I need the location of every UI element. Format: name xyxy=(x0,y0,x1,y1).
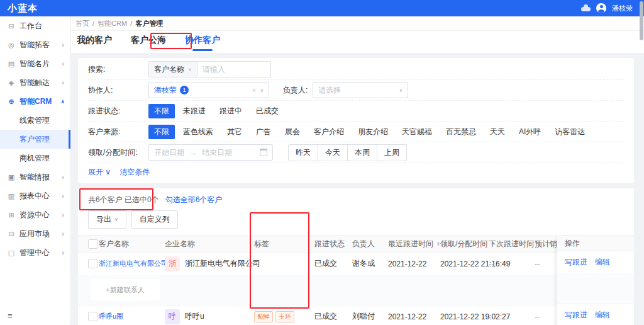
table-header-row: 客户名称 企业名称 标签 跟进状态 负责人 最近跟进时间 ▲▼ 领取/分配时间 … xyxy=(78,235,634,253)
company-name: 呼呼u xyxy=(185,311,204,322)
sidebar-item-opportunity-management[interactable]: 商机管理 xyxy=(0,149,70,168)
sidebar-item-lead-management[interactable]: 线索管理 xyxy=(0,111,70,130)
breadcrumb-crm[interactable]: 智能CRM xyxy=(97,19,127,28)
source-option[interactable]: 广告 xyxy=(250,125,277,139)
chevron-down-icon: ∨ xyxy=(61,250,65,256)
header-tag: 标签 xyxy=(254,239,314,249)
collaborator-select[interactable]: 潘枝荣 1 × ∨ xyxy=(148,82,269,98)
card-icon: ▤ xyxy=(8,60,15,68)
search-input[interactable] xyxy=(197,65,270,74)
sidebar-item-smart-intel[interactable]: ▣ 智能情报 ∨ xyxy=(0,168,70,186)
quick-date-yesterday[interactable]: 昨天 xyxy=(288,144,318,161)
row-checkbox[interactable] xyxy=(88,312,97,321)
filter-row-links: 展开 ∨ 清空条件 xyxy=(88,163,624,181)
customer-name-link[interactable]: 浙江新电电气有限公司 xyxy=(99,259,168,268)
sidebar-item-smart-card[interactable]: ▤ 智能名片 ∨ xyxy=(0,54,70,73)
select-all-link[interactable]: 勾选全部6个客户 xyxy=(165,195,223,205)
company-name: 浙江新电电气有限公司 xyxy=(185,258,260,269)
breadcrumb-home[interactable]: 首页 xyxy=(75,19,89,28)
export-button[interactable]: 导出 ∨ xyxy=(88,210,126,229)
header-next-follow-time: 下次跟进时间 ▲▼ xyxy=(489,239,535,249)
collaborator-label: 协作人: xyxy=(88,85,148,96)
write-followup-link[interactable]: 写跟进 xyxy=(565,257,587,268)
sidebar-item-app-market[interactable]: ⊡ 应用市场 ∨ xyxy=(0,224,70,243)
source-option[interactable]: 蓝色线索 xyxy=(177,125,219,139)
tab-my-customers[interactable]: 我的客户 xyxy=(77,32,112,52)
chevron-down-icon: ∨ xyxy=(61,80,65,86)
source-option[interactable]: 访客雷达 xyxy=(549,125,591,139)
source-option[interactable]: 展会 xyxy=(279,125,306,139)
cloud-service-icon[interactable] xyxy=(581,7,591,11)
edit-link[interactable]: 编辑 xyxy=(595,310,610,321)
header-assign-time: 领取/分配时间 ▲▼ xyxy=(440,239,489,249)
source-option[interactable]: 百无禁忌 xyxy=(440,125,482,139)
resource-icon: ⊞ xyxy=(8,211,15,219)
owner-select[interactable]: 请选择 ∨ xyxy=(313,82,408,98)
status-option[interactable]: 不限 xyxy=(148,104,175,118)
customer-name-link[interactable]: 呼呼u圈 xyxy=(99,312,123,321)
edit-link[interactable]: 编辑 xyxy=(595,257,610,268)
source-option[interactable]: 天天 xyxy=(484,125,511,139)
add-contact-button[interactable]: +新建联系人 xyxy=(91,279,160,300)
sidebar-item-smart-crm[interactable]: ⊕ 智能CRM ∧ xyxy=(0,92,70,111)
expand-filters-link[interactable]: 展开 ∨ xyxy=(88,167,111,178)
source-option[interactable]: 客户介绍 xyxy=(308,125,350,139)
status-option[interactable]: 跟进中 xyxy=(214,104,248,118)
collapse-sidebar-icon[interactable]: ≡ xyxy=(8,311,13,321)
source-option[interactable]: 朋友介绍 xyxy=(352,125,394,139)
filter-row-status: 跟进状态: 不限 未跟进 跟进中 已成交 xyxy=(88,101,624,122)
user-avatar[interactable] xyxy=(596,3,606,13)
sidebar-item-smart-reach[interactable]: ◈ 智能触达 ∨ xyxy=(0,73,70,92)
assign-time-label: 领取/分配时间: xyxy=(88,147,148,158)
quick-date-today[interactable]: 今天 xyxy=(318,144,348,161)
status-option[interactable]: 未跟进 xyxy=(177,104,211,118)
clear-icon[interactable]: × xyxy=(252,86,256,94)
report-icon: ▥ xyxy=(8,192,15,200)
write-followup-link[interactable]: 写跟进 xyxy=(565,310,587,321)
search-type-select[interactable]: 客户名称 ∨ xyxy=(149,62,197,77)
tabs-bar: 我的客户 客户公海 协作客户 xyxy=(70,31,644,53)
customer-tag: 貂蝉 xyxy=(254,311,273,322)
row-checkbox[interactable] xyxy=(88,259,97,268)
status-label: 跟进状态: xyxy=(88,106,148,117)
sidebar-item-resource-center[interactable]: ⊞ 资源中心 ∨ xyxy=(0,205,70,224)
source-option[interactable]: AI外呼 xyxy=(513,125,547,139)
user-name[interactable]: 潘枝荣 xyxy=(612,4,633,13)
tab-customer-pool[interactable]: 客户公海 xyxy=(131,32,166,52)
quick-date-group: 昨天 今天 本周 上周 xyxy=(288,144,407,161)
sidebar: ⊟ 工作台 ◎ 智能拓客 ∨ ▤ 智能名片 ∨ ◈ 智能触达 ∨ ⊕ 智能CRM… xyxy=(0,16,71,325)
chevron-down-icon: ∨ xyxy=(61,61,65,67)
breadcrumb-current: 客户管理 xyxy=(135,19,163,28)
crm-icon: ⊕ xyxy=(8,98,15,106)
status-cell: 已成交 xyxy=(314,311,352,322)
quick-date-last-week[interactable]: 上周 xyxy=(377,144,407,161)
sidebar-item-report-center[interactable]: ▥ 报表中心 ∨ xyxy=(0,186,70,205)
clear-filters-link[interactable]: 清空条件 xyxy=(119,167,150,178)
date-range-picker[interactable]: 开始日期 → 结束日期 xyxy=(148,144,273,161)
status-option[interactable]: 已成交 xyxy=(250,104,284,118)
source-option[interactable]: 不限 xyxy=(148,125,175,139)
sidebar-item-smart-prospecting[interactable]: ◎ 智能拓客 ∨ xyxy=(0,35,70,54)
company-avatar: 呼 xyxy=(165,309,180,324)
quick-date-this-week[interactable]: 本周 xyxy=(347,144,377,161)
tab-collab-customers[interactable]: 协作客户 xyxy=(185,32,220,52)
main-content: 首页 / 智能CRM / 客户管理 我的客户 客户公海 协作客户 搜索: 客户名… xyxy=(70,16,644,325)
select-all-checkbox[interactable] xyxy=(88,239,97,249)
sidebar-item-label: 工作台 xyxy=(19,21,42,31)
search-label: 搜索: xyxy=(88,64,148,75)
header-follow-status: 跟进状态 xyxy=(314,239,352,249)
chevron-down-icon: ∨ xyxy=(61,42,65,48)
custom-columns-button[interactable]: 自定义列 xyxy=(131,210,178,229)
header-owner: 负责人 xyxy=(352,239,388,249)
sidebar-item-workbench[interactable]: ⊟ 工作台 xyxy=(0,16,70,35)
source-option[interactable]: 天官赐福 xyxy=(396,125,438,139)
chevron-down-icon: ∨ xyxy=(188,67,192,72)
scrollbar-thumb[interactable] xyxy=(640,1,643,40)
owner-cell: 刘聪付 xyxy=(352,311,388,322)
next-time-cell: -- xyxy=(489,312,535,321)
arrow-right-icon: → xyxy=(189,148,197,157)
sidebar-item-customer-management[interactable]: 客户管理 xyxy=(0,130,70,149)
source-option[interactable]: 其它 xyxy=(221,125,248,139)
sidebar-item-admin-center[interactable]: ▢ 管理中心 ∨ xyxy=(0,243,70,262)
tag-cell: 貂蝉 玉环 xyxy=(254,311,314,322)
